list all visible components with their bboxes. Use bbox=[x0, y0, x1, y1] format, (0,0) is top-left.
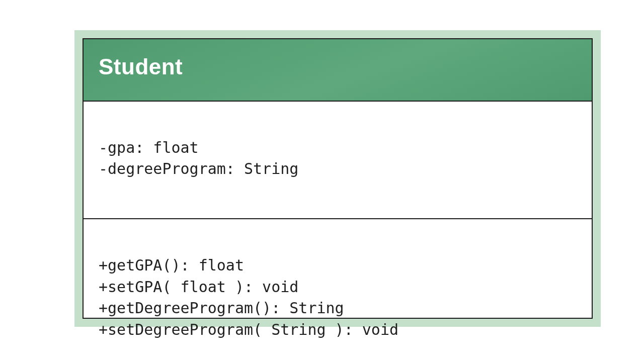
uml-method: +setDegreeProgram( String ): void bbox=[99, 321, 398, 338]
uml-outer-frame: Student -gpa: float -degreeProgram: Stri… bbox=[74, 30, 601, 327]
uml-method: +setGPA( float ): void bbox=[99, 278, 298, 296]
uml-method: +getGPA(): float bbox=[99, 256, 244, 274]
canvas: Student -gpa: float -degreeProgram: Stri… bbox=[0, 0, 644, 362]
uml-class-box: Student -gpa: float -degreeProgram: Stri… bbox=[83, 38, 593, 319]
uml-methods-section: +getGPA(): float +setGPA( float ): void … bbox=[84, 219, 592, 362]
uml-attribute: -gpa: float bbox=[99, 139, 199, 156]
uml-attributes-section: -gpa: float -degreeProgram: String bbox=[84, 102, 592, 218]
uml-class-header: Student bbox=[84, 39, 592, 102]
uml-class-name: Student bbox=[99, 54, 577, 79]
uml-attribute: -degreeProgram: String bbox=[99, 160, 298, 177]
uml-method: +getDegreeProgram(): String bbox=[99, 299, 344, 317]
